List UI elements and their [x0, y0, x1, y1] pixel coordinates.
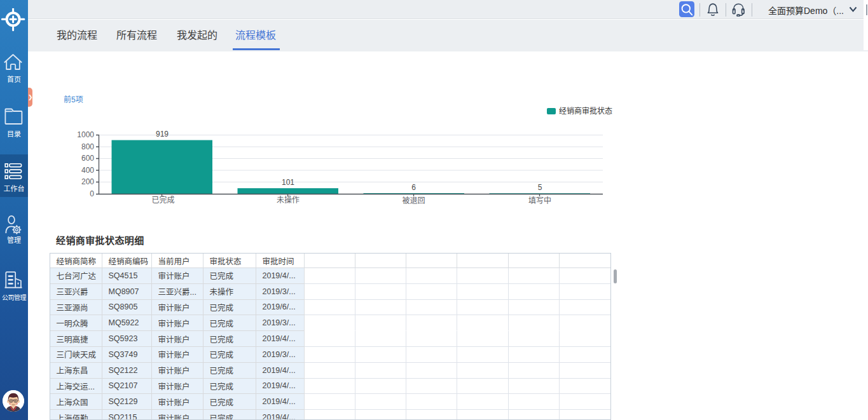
- svg-text:填写中: 填写中: [528, 196, 551, 205]
- svg-text:200: 200: [81, 177, 94, 186]
- svg-text:已完成: 已完成: [151, 195, 174, 205]
- svg-text:919: 919: [156, 130, 169, 139]
- svg-text:800: 800: [81, 142, 94, 151]
- svg-text:400: 400: [81, 166, 94, 175]
- svg-text:5: 5: [538, 183, 542, 192]
- svg-text:被退回: 被退回: [402, 196, 425, 205]
- svg-text:101: 101: [282, 178, 294, 187]
- svg-text:600: 600: [81, 154, 94, 163]
- svg-text:1000: 1000: [77, 130, 94, 139]
- svg-text:0: 0: [90, 189, 94, 198]
- svg-text:未操作: 未操作: [277, 195, 300, 205]
- svg-text:6: 6: [411, 183, 416, 192]
